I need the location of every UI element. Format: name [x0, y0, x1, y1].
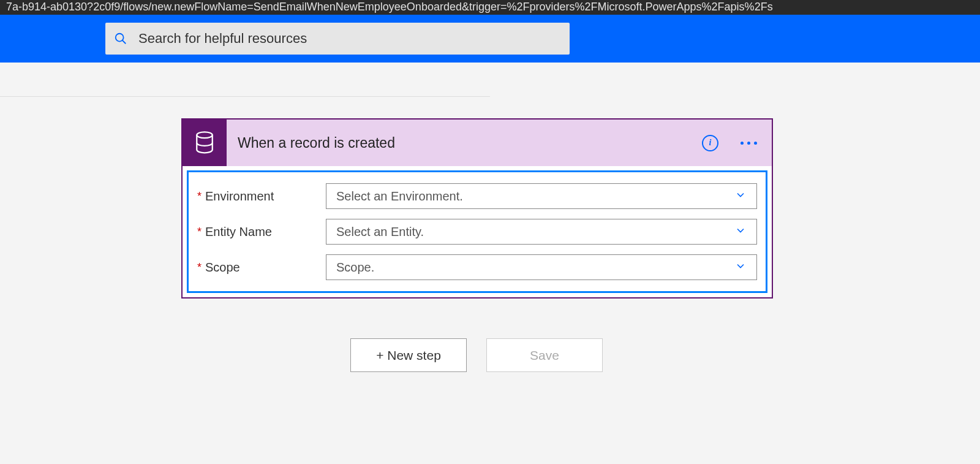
- trigger-title: When a record is created: [238, 135, 702, 151]
- trigger-card-header[interactable]: When a record is created i: [183, 120, 772, 166]
- browser-url-bar: 7a-b914-ab0130?2c0f9/flows/new.newFlowNa…: [0, 0, 980, 15]
- search-input[interactable]: [138, 31, 561, 47]
- scope-select[interactable]: Scope.: [326, 254, 757, 280]
- search-box[interactable]: [105, 23, 570, 55]
- trigger-card-body: * Environment Select an Environment. * E…: [187, 170, 767, 293]
- chevron-down-icon: [734, 260, 747, 275]
- new-step-button[interactable]: + New step: [350, 338, 467, 372]
- field-row-entity: * Entity Name Select an Entity.: [195, 214, 760, 249]
- scope-placeholder: Scope.: [336, 261, 374, 275]
- chevron-down-icon: [734, 224, 747, 240]
- svg-line-1: [123, 40, 126, 44]
- top-header: [0, 15, 980, 63]
- save-button[interactable]: Save: [486, 338, 603, 372]
- action-button-row: + New step Save: [0, 338, 953, 372]
- chevron-down-icon: [734, 189, 747, 204]
- environment-select[interactable]: Select an Environment.: [326, 183, 757, 209]
- field-row-environment: * Environment Select an Environment.: [195, 178, 760, 214]
- field-row-scope: * Scope Scope.: [195, 249, 760, 285]
- required-star: *: [197, 261, 202, 274]
- more-actions-icon[interactable]: [741, 142, 757, 145]
- entity-select[interactable]: Select an Entity.: [326, 219, 757, 245]
- database-icon: [183, 120, 227, 166]
- divider: [0, 96, 490, 97]
- search-icon: [114, 32, 127, 45]
- field-label-environment: * Environment: [197, 189, 326, 203]
- url-text: 7a-b914-ab0130?2c0f9/flows/new.newFlowNa…: [6, 1, 773, 13]
- svg-point-2: [197, 132, 213, 138]
- required-star: *: [197, 190, 202, 203]
- entity-placeholder: Select an Entity.: [336, 225, 424, 239]
- svg-point-0: [116, 34, 124, 42]
- field-label-scope: * Scope: [197, 261, 326, 275]
- card-header-actions: i: [702, 135, 757, 151]
- trigger-card: When a record is created i * Environment…: [181, 118, 773, 299]
- required-star: *: [197, 226, 202, 238]
- field-label-entity: * Entity Name: [197, 225, 326, 239]
- environment-placeholder: Select an Environment.: [336, 189, 463, 203]
- canvas-area: When a record is created i * Environment…: [0, 63, 980, 464]
- info-icon[interactable]: i: [702, 135, 718, 151]
